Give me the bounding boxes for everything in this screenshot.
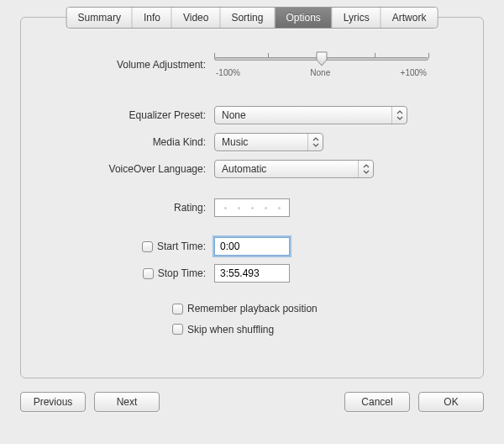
rating-label: Rating: <box>76 202 214 214</box>
cancel-button[interactable]: Cancel <box>344 392 410 412</box>
remember-playback-checkbox[interactable]: Remember playback position <box>172 303 318 314</box>
media-kind-select[interactable]: Music <box>214 133 323 151</box>
voiceover-language-label: VoiceOver Language: <box>76 163 214 175</box>
volume-slider[interactable] <box>214 51 428 66</box>
rating-dot-icon <box>278 207 281 209</box>
start-time-checkbox[interactable] <box>142 241 153 252</box>
slider-max-label: +100% <box>401 68 427 77</box>
remember-playback-label: Remember playback position <box>187 303 318 314</box>
tab-sorting[interactable]: Sorting <box>220 8 275 28</box>
stop-time-checkbox[interactable] <box>143 268 154 279</box>
updown-arrows-icon <box>307 134 319 151</box>
previous-button[interactable]: Previous <box>20 392 86 412</box>
voiceover-language-value: Automatic <box>222 163 266 175</box>
tab-artwork[interactable]: Artwork <box>381 8 438 28</box>
tab-video[interactable]: Video <box>172 8 220 28</box>
stop-time-input[interactable] <box>214 264 290 283</box>
dialog-footer: Previous Next Cancel OK <box>20 392 484 412</box>
volume-slider-thumb[interactable] <box>316 51 328 66</box>
start-time-label: Start Time: <box>157 240 206 252</box>
updown-arrows-icon <box>391 107 403 124</box>
equalizer-preset-value: None <box>222 109 246 121</box>
options-form: Volume Adjustment: <box>76 51 428 337</box>
tab-summary[interactable]: Summary <box>67 8 133 28</box>
tab-options[interactable]: Options <box>275 8 332 28</box>
slider-mid-label: None <box>310 68 330 77</box>
ok-button[interactable]: OK <box>418 392 484 412</box>
rating-dot-icon <box>265 207 267 209</box>
start-time-input[interactable] <box>214 237 290 256</box>
tab-info[interactable]: Info <box>133 8 172 28</box>
options-panel: Summary Info Video Sorting Options Lyric… <box>20 17 484 378</box>
media-kind-value: Music <box>222 136 248 148</box>
rating-dot-icon <box>251 207 254 209</box>
rating-dot-icon <box>238 207 240 209</box>
media-kind-label: Media Kind: <box>76 136 214 148</box>
updown-arrows-icon <box>358 161 370 177</box>
rating-input[interactable] <box>214 198 290 217</box>
equalizer-preset-label: Equalizer Preset: <box>76 109 214 121</box>
slider-min-label: -100% <box>216 68 240 77</box>
tab-bar: Summary Info Video Sorting Options Lyric… <box>66 7 438 29</box>
voiceover-language-select[interactable]: Automatic <box>214 160 374 178</box>
skip-shuffle-label: Skip when shuffling <box>187 324 274 336</box>
skip-shuffle-checkbox[interactable]: Skip when shuffling <box>172 324 274 336</box>
next-button[interactable]: Next <box>94 392 160 412</box>
volume-adjustment-label: Volume Adjustment: <box>76 59 214 71</box>
rating-dot-icon <box>224 207 227 209</box>
tab-lyrics[interactable]: Lyrics <box>333 8 381 28</box>
stop-time-label: Stop Time: <box>158 267 206 279</box>
equalizer-preset-select[interactable]: None <box>214 106 407 124</box>
